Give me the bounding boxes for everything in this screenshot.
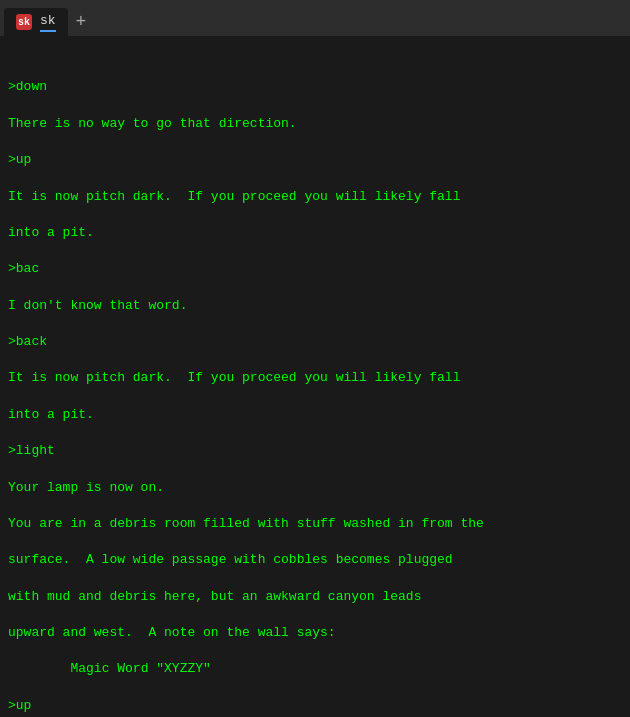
tab-underline [40, 30, 56, 32]
output-line: Your lamp is now on. [8, 479, 622, 497]
tab-label: sk [40, 13, 56, 28]
output-line: It is now pitch dark. If you proceed you… [8, 188, 622, 206]
output-line: It is now pitch dark. If you proceed you… [8, 369, 622, 387]
cmd-line: >up [8, 151, 622, 169]
cmd-line: >up [8, 697, 622, 715]
tab-icon: sk [16, 14, 32, 30]
tab-icon-label: sk [18, 17, 30, 28]
cmd-line: >back [8, 333, 622, 351]
cmd-line: >bac [8, 260, 622, 278]
output-line: into a pit. [8, 224, 622, 242]
output-line: into a pit. [8, 406, 622, 424]
cmd-line: >down [8, 78, 622, 96]
terminal-window: sk sk + >down There is no way to go that… [0, 0, 630, 717]
tab-bar: sk sk + [0, 0, 630, 36]
output-line: surface. A low wide passage with cobbles… [8, 551, 622, 569]
cmd-line: >light [8, 442, 622, 460]
output-line: You are in a debris room filled with stu… [8, 515, 622, 533]
output-line: with mud and debris here, but an awkward… [8, 588, 622, 606]
output-line: There is no way to go that direction. [8, 115, 622, 133]
output-line: Magic Word "XYZZY" [8, 660, 622, 678]
new-tab-button[interactable]: + [68, 8, 95, 36]
terminal-body[interactable]: >down There is no way to go that directi… [0, 36, 630, 717]
tab-sk[interactable]: sk sk [4, 8, 68, 36]
output-line: I don't know that word. [8, 297, 622, 315]
output-line: upward and west. A note on the wall says… [8, 624, 622, 642]
